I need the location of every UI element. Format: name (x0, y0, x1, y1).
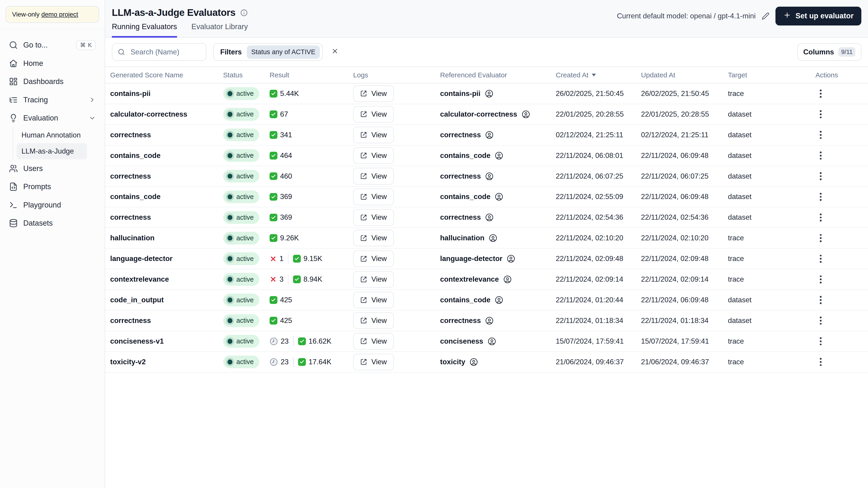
referenced-evaluator[interactable]: correctness (440, 131, 556, 139)
referenced-evaluator[interactable]: correctness (440, 317, 556, 325)
filters-button[interactable]: Filters Status any of ACTIVE (213, 43, 322, 61)
row-actions-button[interactable] (816, 251, 825, 266)
view-logs-button[interactable]: View (353, 354, 394, 370)
sidebar-item-dashboards[interactable]: Dashboards (4, 72, 100, 91)
column-header-updated-at[interactable]: Updated At (641, 71, 728, 79)
sidebar-item-human-annotation[interactable]: Human Annotation (17, 127, 87, 143)
external-link-icon (360, 338, 367, 345)
sidebar-item-prompts[interactable]: Prompts (4, 178, 100, 196)
referenced-evaluator[interactable]: conciseness (440, 337, 556, 346)
info-icon[interactable] (241, 9, 248, 16)
row-actions-button[interactable] (816, 355, 825, 369)
view-logs-button[interactable]: View (353, 230, 394, 246)
sidebar-item-go-to[interactable]: Go to... ⌘ K (4, 36, 100, 55)
row-actions-button[interactable] (816, 272, 825, 287)
sidebar-item-users[interactable]: Users (4, 159, 100, 178)
status-dot-icon (227, 91, 232, 96)
sidebar-item-label: Datasets (23, 219, 53, 227)
user-circle-icon (495, 193, 503, 201)
tab-evaluator-library[interactable]: Evaluator Library (191, 23, 248, 37)
row-actions-button[interactable] (816, 169, 825, 184)
view-logs-button[interactable]: View (353, 127, 394, 143)
referenced-evaluator[interactable]: correctness (440, 172, 556, 181)
view-logs-button[interactable]: View (353, 189, 394, 205)
row-actions-button[interactable] (816, 210, 825, 225)
column-header-status[interactable]: Status (223, 71, 270, 79)
set-up-evaluator-button[interactable]: Set up evaluator (775, 7, 861, 26)
view-logs-button[interactable]: View (353, 271, 394, 288)
status-filter-chip[interactable]: Status any of ACTIVE (247, 45, 320, 59)
columns-button[interactable]: Columns 9/11 (797, 43, 861, 61)
status-badge: active (223, 335, 259, 348)
updated-at-cell: 22/01/2025, 20:28:55 (641, 110, 728, 119)
sidebar-item-playground[interactable]: Playground (4, 196, 100, 214)
sidebar-nav-items: HomeDashboardsTracingEvaluationHuman Ann… (4, 54, 100, 232)
referenced-evaluator[interactable]: hallucination (440, 234, 556, 242)
view-logs-button[interactable]: View (353, 251, 394, 267)
row-actions-button[interactable] (816, 313, 825, 328)
view-logs-button[interactable]: View (353, 148, 394, 164)
sidebar-item-evaluation[interactable]: Evaluation (4, 109, 100, 127)
view-logs-button[interactable]: View (353, 106, 394, 123)
row-actions-button[interactable] (816, 231, 825, 246)
referenced-evaluator[interactable]: contains_code (440, 152, 556, 160)
referenced-evaluator[interactable]: contextrelevance (440, 275, 556, 284)
view-logs-button[interactable]: View (353, 86, 394, 102)
row-actions-button[interactable] (816, 128, 825, 142)
created-at-cell: 22/11/2024, 02:55:09 (556, 193, 641, 201)
referenced-evaluator[interactable]: correctness (440, 213, 556, 222)
sidebar-item-datasets[interactable]: Datasets (4, 214, 100, 232)
external-link-icon (360, 132, 367, 138)
tab-running-evaluators[interactable]: Running Evaluators (112, 23, 177, 37)
referenced-evaluator[interactable]: calculator-correctness (440, 110, 556, 119)
column-header-target[interactable]: Target (728, 71, 811, 79)
view-logs-button[interactable]: View (353, 168, 394, 184)
column-header-logs[interactable]: Logs (353, 71, 440, 79)
external-link-icon (360, 276, 367, 283)
sidebar-item-home[interactable]: Home (4, 54, 100, 72)
row-actions-button[interactable] (816, 189, 825, 204)
view-logs-button[interactable]: View (353, 209, 394, 226)
column-header-result[interactable]: Result (270, 71, 353, 79)
table-body: contains-pii active 5.44K View contains-… (105, 84, 868, 372)
sidebar-item-llm-as-a-judge[interactable]: LLM-as-a-Judge (17, 143, 87, 159)
column-header-created-at[interactable]: Created At (556, 71, 641, 79)
table-row: contains_code active 464 View contains_c… (105, 145, 868, 166)
referenced-evaluator[interactable]: toxicity (440, 358, 556, 366)
referenced-evaluator[interactable]: contains-pii (440, 90, 556, 98)
column-header-referenced-evaluator[interactable]: Referenced Evaluator (440, 71, 556, 79)
row-actions-button[interactable] (816, 293, 825, 307)
column-header-generated-score-name[interactable]: Generated Score Name (110, 71, 223, 79)
clear-filters-button[interactable] (329, 45, 341, 59)
status-badge: active (223, 149, 259, 162)
external-link-icon (360, 235, 367, 241)
view-logs-button[interactable]: View (353, 333, 394, 350)
demo-project-link[interactable]: demo project (41, 11, 78, 18)
referenced-evaluator[interactable]: contains_code (440, 296, 556, 304)
search-input[interactable] (129, 47, 200, 57)
view-logs-button[interactable]: View (353, 313, 394, 329)
tracing-icon (9, 96, 18, 104)
row-actions-button[interactable] (816, 86, 825, 101)
table-row: hallucination active 9.26K View hallucin… (105, 228, 868, 249)
row-actions-button[interactable] (816, 334, 825, 349)
success-count: 17.64K (298, 358, 331, 366)
result-cell: 5.44K (270, 90, 353, 98)
tab-bar: Running Evaluators Evaluator Library (112, 23, 248, 37)
pending-clock-icon (270, 337, 278, 346)
referenced-evaluator[interactable]: contains_code (440, 193, 556, 201)
external-link-icon (360, 111, 367, 118)
edit-model-pencil-icon[interactable] (762, 12, 770, 20)
target-cell: dataset (728, 131, 811, 139)
table-row: correctness active 425 View correctness … (105, 311, 868, 331)
row-actions-button[interactable] (816, 107, 825, 122)
sort-desc-icon (592, 74, 596, 76)
result-cell: 425 (270, 296, 353, 304)
view-logs-button[interactable]: View (353, 292, 394, 308)
search-box[interactable] (112, 43, 207, 61)
sidebar-item-tracing[interactable]: Tracing (4, 91, 100, 109)
referenced-evaluator[interactable]: language-detector (440, 255, 556, 263)
row-actions-button[interactable] (816, 148, 825, 163)
success-count: 425 (270, 317, 292, 325)
status-dot-icon (227, 277, 232, 282)
